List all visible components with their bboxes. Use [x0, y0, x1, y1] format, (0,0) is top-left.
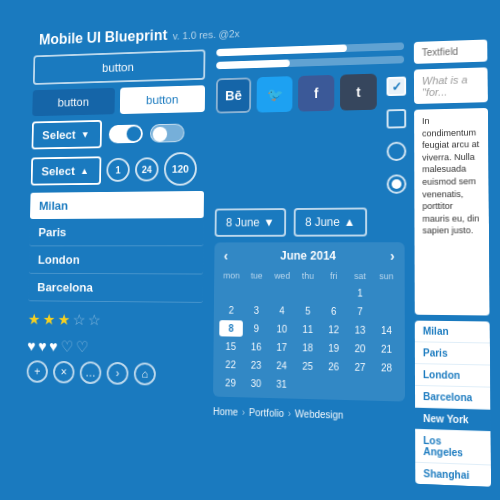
chevron-down-icon: ▼ [263, 216, 274, 229]
textfield-label-box: Textfield [414, 39, 488, 63]
select-dropdown-1[interactable]: Select ▼ [32, 120, 102, 149]
facebook-button[interactable]: f [298, 75, 334, 112]
outline-button[interactable]: button [33, 49, 205, 84]
select-dropdown-2[interactable]: Select ▲ [31, 156, 102, 185]
heart-rating[interactable]: ♥ ♥ ♥ ♡ ♡ [27, 337, 202, 358]
star-1: ★ [28, 310, 41, 328]
cal-header-fri: fri [322, 269, 346, 283]
cal-day-26[interactable]: 26 [322, 358, 346, 375]
cal-day-13[interactable]: 13 [348, 322, 372, 339]
cal-day-16[interactable]: 16 [244, 339, 268, 356]
twitter-button[interactable]: 🐦 [257, 76, 293, 112]
cal-day-17[interactable]: 17 [270, 339, 294, 356]
cal-day-28[interactable]: 28 [374, 359, 399, 376]
chevron-up-icon: ▲ [80, 165, 89, 175]
date-button-1[interactable]: 8 June ▼ [215, 208, 287, 237]
heart-5: ♡ [75, 338, 88, 356]
radio-checked[interactable] [387, 174, 407, 194]
progress-fill-1 [216, 44, 346, 56]
cal-day-29[interactable]: 29 [219, 375, 243, 392]
cal-day-1[interactable]: 1 [348, 285, 372, 302]
perspective-container: Mobile UI Blueprint v. 1.0 res. @2x butt… [0, 0, 500, 500]
middle-column: Bē 🐦 f t ✓ [207, 38, 412, 487]
cal-day-8[interactable]: 8 [219, 320, 242, 337]
cal-day-23[interactable]: 23 [244, 357, 268, 374]
breadcrumb: Home › Portfolio › Webdesign [213, 402, 405, 426]
checkbox-checked[interactable]: ✓ [387, 77, 407, 97]
cal-day-5[interactable]: 5 [296, 303, 320, 320]
cal-day-30[interactable]: 30 [244, 375, 268, 392]
cal-day-12[interactable]: 12 [322, 321, 346, 338]
breadcrumb-portfolio[interactable]: Portfolio [249, 407, 284, 419]
toggle-off[interactable] [150, 123, 185, 142]
badge-1: 1 [106, 158, 130, 182]
right-list-milan[interactable]: Milan [415, 321, 490, 344]
city-list: Milan Paris London Barcelona [28, 191, 204, 303]
right-list-newyork[interactable]: New York [415, 408, 491, 432]
cal-day-empty [322, 285, 346, 302]
cal-day-22[interactable]: 22 [219, 356, 243, 373]
cal-day-31[interactable]: 31 [270, 376, 294, 393]
solid-dark-button[interactable]: button [32, 88, 115, 116]
list-item-london[interactable]: London [29, 246, 204, 274]
date-picker-row: 8 June ▼ 8 June ▲ [215, 207, 405, 237]
cal-day-7[interactable]: 7 [348, 303, 372, 320]
right-list-shanghai[interactable]: Shanghai [415, 463, 491, 487]
cal-day-19[interactable]: 19 [322, 340, 346, 357]
heart-3: ♥ [49, 338, 58, 355]
cal-day-25[interactable]: 25 [296, 358, 320, 375]
cal-day-2[interactable]: 2 [219, 302, 242, 318]
star-5: ☆ [88, 311, 101, 329]
right-list-losangeles[interactable]: Los Angeles [415, 430, 491, 466]
heart-4: ♡ [60, 338, 73, 356]
radio-unchecked[interactable] [387, 142, 407, 162]
star-rating[interactable]: ★ ★ ★ ☆ ☆ [28, 307, 203, 334]
breadcrumb-webdesign[interactable]: Webdesign [295, 408, 344, 420]
cal-day-11[interactable]: 11 [296, 321, 320, 338]
cal-day-empty [321, 377, 345, 394]
cal-day-18[interactable]: 18 [296, 339, 320, 356]
cal-day-15[interactable]: 15 [219, 338, 243, 355]
calendar-next[interactable]: › [386, 248, 399, 264]
list-item-barcelona[interactable]: Barcelona [28, 274, 203, 303]
cal-day-3[interactable]: 3 [245, 302, 269, 319]
toggle-on[interactable] [109, 124, 143, 143]
right-list-london[interactable]: London [415, 364, 490, 388]
cal-day-20[interactable]: 20 [348, 340, 372, 357]
solid-light-button[interactable]: button [120, 85, 205, 114]
breadcrumb-home[interactable]: Home [213, 406, 238, 417]
dots-icon[interactable]: … [80, 361, 102, 384]
breadcrumb-sep-2: › [288, 408, 291, 419]
list-item-paris[interactable]: Paris [29, 218, 203, 246]
cal-day-14[interactable]: 14 [374, 322, 399, 339]
cal-day-6[interactable]: 6 [322, 303, 346, 320]
chevron-right-icon[interactable]: › [107, 362, 129, 385]
right-list-barcelona[interactable]: Barcelona [415, 386, 490, 410]
social-buttons: Bē 🐦 f t [216, 74, 377, 114]
date-button-2[interactable]: 8 June ▲ [294, 208, 367, 237]
body-text: In condimentum feugiat arcu at viverra. … [422, 116, 479, 236]
plus-icon[interactable]: + [26, 360, 48, 383]
calendar-prev[interactable]: ‹ [220, 248, 232, 263]
list-item-milan[interactable]: Milan [30, 191, 204, 219]
close-icon[interactable]: × [53, 361, 75, 384]
calendar: ‹ June 2014 › mon tue wed thu fri sat su… [213, 242, 405, 401]
checkbox-group: ✓ [383, 69, 411, 202]
tumblr-button[interactable]: t [340, 74, 377, 111]
checkbox-unchecked[interactable] [387, 109, 407, 129]
cal-day-24[interactable]: 24 [270, 357, 294, 374]
home-icon[interactable]: ⌂ [134, 362, 156, 385]
behance-button[interactable]: Bē [216, 77, 251, 113]
cal-day-empty [374, 304, 399, 321]
right-list-paris[interactable]: Paris [415, 342, 490, 365]
cal-day-empty [374, 285, 399, 302]
heart-2: ♥ [38, 338, 47, 355]
left-column: button button button Select ▼ [25, 46, 211, 480]
cal-day-10[interactable]: 10 [270, 321, 294, 338]
textfield-input-box[interactable]: What is a "for... [414, 67, 488, 104]
cal-day-9[interactable]: 9 [244, 320, 268, 337]
progress-bar-2 [216, 56, 404, 70]
cal-day-21[interactable]: 21 [374, 341, 399, 358]
cal-day-4[interactable]: 4 [270, 303, 294, 320]
cal-day-27[interactable]: 27 [348, 359, 372, 376]
